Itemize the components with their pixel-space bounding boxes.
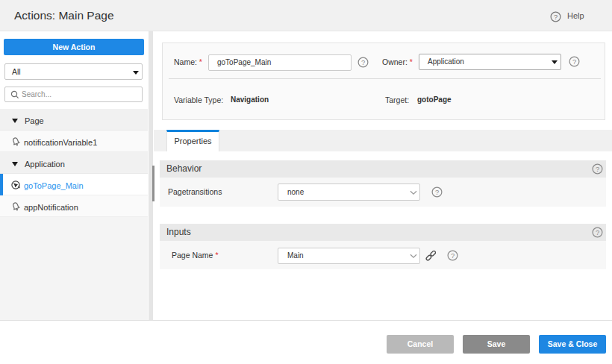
svg-text:?: ? bbox=[554, 13, 558, 21]
svg-text:?: ? bbox=[596, 166, 599, 173]
svg-text:?: ? bbox=[572, 58, 576, 66]
svg-text:?: ? bbox=[451, 252, 455, 260]
svg-text:?: ? bbox=[361, 59, 365, 66]
svg-text:?: ? bbox=[435, 189, 439, 196]
svg-text:?: ? bbox=[596, 229, 599, 236]
